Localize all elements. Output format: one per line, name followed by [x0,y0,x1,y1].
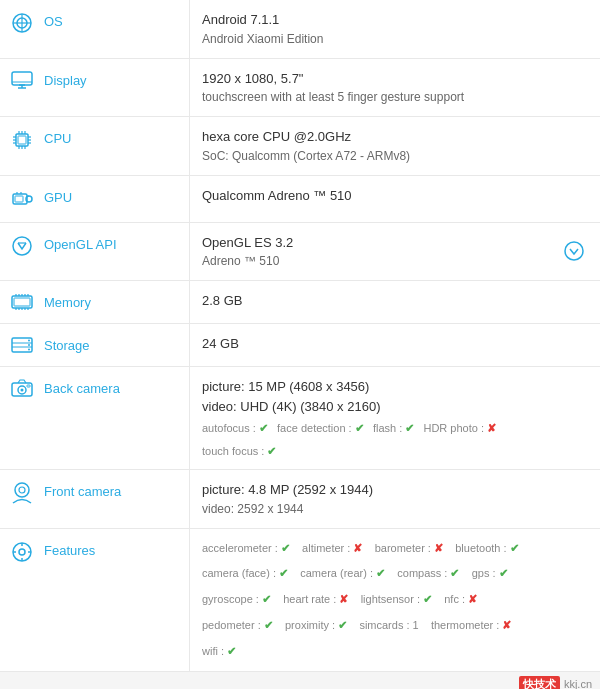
label-opengl-text: OpenGL API [44,235,117,252]
storage-icon [8,336,36,354]
row-storage: Storage 24 GB [0,324,600,367]
row-os: OS Android 7.1.1 Android Xiaomi Edition [0,0,600,59]
svg-point-29 [13,237,31,255]
label-os-text: OS [44,12,63,29]
features-line-4: pedometer : ✔ proximity : ✔ simcards : 1… [202,616,588,636]
label-os: OS [0,0,190,58]
display-sub: touchscreen with at least 5 finger gestu… [202,88,588,106]
opengl-sub: Adreno ™ 510 [202,252,293,270]
hdrphoto-cross: ✘ [487,422,496,434]
cpu-sub: SoC: Qualcomm (Cortex A72 - ARMv8) [202,147,588,165]
memory-icon [8,293,36,311]
watermark-logo: 快技术 [519,676,560,689]
flash-check: ✔ [405,422,414,434]
row-frontcamera: Front camera picture: 4.8 MP (2592 x 194… [0,470,600,529]
os-sub: Android Xiaomi Edition [202,30,588,48]
watermark: 快技术 kkj.cn [0,672,600,689]
value-memory: 2.8 GB [190,281,600,323]
features-icon [8,541,36,563]
features-line-1: accelerometer : ✔ altimeter : ✘ baromete… [202,539,588,559]
label-cpu-text: CPU [44,129,71,146]
label-memory: Memory [0,281,190,323]
value-frontcamera: picture: 4.8 MP (2592 x 1944) video: 259… [190,470,600,528]
display-main: 1920 x 1080, 5.7" [202,69,588,89]
value-gpu: Qualcomm Adreno ™ 510 [190,176,600,222]
backcamera-icon [8,379,36,397]
label-frontcamera-text: Front camera [44,482,121,499]
row-opengl: OpenGL API OpenGL ES 3.2 Adreno ™ 510 [0,223,600,282]
touchfocus-check: ✔ [267,445,276,457]
svg-point-49 [28,349,30,351]
svg-point-48 [28,344,30,346]
row-backcamera: Back camera picture: 15 MP (4608 x 3456)… [0,367,600,470]
value-cpu: hexa core CPU @2.0GHz SoC: Qualcomm (Cor… [190,117,600,175]
value-storage: 24 GB [190,324,600,366]
svg-rect-53 [27,385,30,387]
label-backcamera: Back camera [0,367,190,469]
memory-main: 2.8 GB [202,291,588,311]
features-line-3: gyroscope : ✔ heart rate : ✘ lightsensor… [202,590,588,610]
row-memory: Memory 2.8 GB [0,281,600,324]
features-line-5: wifi : ✔ [202,642,588,662]
backcamera-sub: video: UHD (4K) (3840 x 2160) [202,397,588,417]
backcamera-small: autofocus : ✔ face detection : ✔ flash :… [202,420,588,437]
value-os: Android 7.1.1 Android Xiaomi Edition [190,0,600,58]
label-display-text: Display [44,71,87,88]
label-storage-text: Storage [44,336,90,353]
svg-point-57 [19,549,25,555]
dropdown-arrow-icon[interactable] [564,233,588,268]
opengl-icon [8,235,36,257]
spec-table: OS Android 7.1.1 Android Xiaomi Edition … [0,0,600,672]
os-icon [8,12,36,34]
label-display: Display [0,59,190,117]
value-features: accelerometer : ✔ altimeter : ✘ baromete… [190,529,600,672]
frontcamera-main: picture: 4.8 MP (2592 x 1944) [202,480,588,500]
display-icon [8,71,36,89]
storage-main: 24 GB [202,334,588,354]
svg-point-52 [21,389,24,392]
watermark-site: kkj.cn [564,678,592,689]
svg-point-55 [19,487,25,493]
label-opengl: OpenGL API [0,223,190,281]
frontcamera-icon [8,482,36,504]
svg-rect-43 [14,298,30,306]
value-backcamera: picture: 15 MP (4608 x 3456) video: UHD … [190,367,600,469]
label-cpu: CPU [0,117,190,175]
features-line-2: camera (face) : ✔ camera (rear) : ✔ comp… [202,564,588,584]
svg-point-47 [28,340,30,342]
facedetection-check: ✔ [355,422,364,434]
label-storage: Storage [0,324,190,366]
cpu-main: hexa core CPU @2.0GHz [202,127,588,147]
label-memory-text: Memory [44,293,91,310]
svg-rect-28 [15,196,23,202]
cpu-icon [8,129,36,151]
backcamera-extra: touch focus : ✔ [202,443,588,460]
autofocus-check: ✔ [259,422,268,434]
svg-rect-4 [12,72,32,85]
row-cpu: CPU hexa core CPU @2.0GHz SoC: Qualcomm … [0,117,600,176]
value-display: 1920 x 1080, 5.7" touchscreen with at le… [190,59,600,117]
svg-point-31 [565,242,583,260]
label-gpu: GPU [0,176,190,222]
label-gpu-text: GPU [44,188,72,205]
gpu-icon [8,188,36,210]
svg-rect-10 [18,136,26,144]
row-display: Display 1920 x 1080, 5.7" touchscreen wi… [0,59,600,118]
row-features: Features accelerometer : ✔ altimeter : ✘… [0,529,600,673]
label-features: Features [0,529,190,672]
svg-point-54 [15,483,29,497]
label-features-text: Features [44,541,95,558]
row-gpu: GPU Qualcomm Adreno ™ 510 [0,176,600,223]
opengl-main: OpenGL ES 3.2 [202,233,293,253]
value-opengl: OpenGL ES 3.2 Adreno ™ 510 [190,223,600,281]
frontcamera-sub: video: 2592 x 1944 [202,500,588,518]
os-main: Android 7.1.1 [202,10,588,30]
label-frontcamera: Front camera [0,470,190,528]
label-backcamera-text: Back camera [44,379,120,396]
gpu-main: Qualcomm Adreno ™ 510 [202,186,588,206]
backcamera-main: picture: 15 MP (4608 x 3456) [202,377,588,397]
opengl-text: OpenGL ES 3.2 Adreno ™ 510 [202,233,293,271]
